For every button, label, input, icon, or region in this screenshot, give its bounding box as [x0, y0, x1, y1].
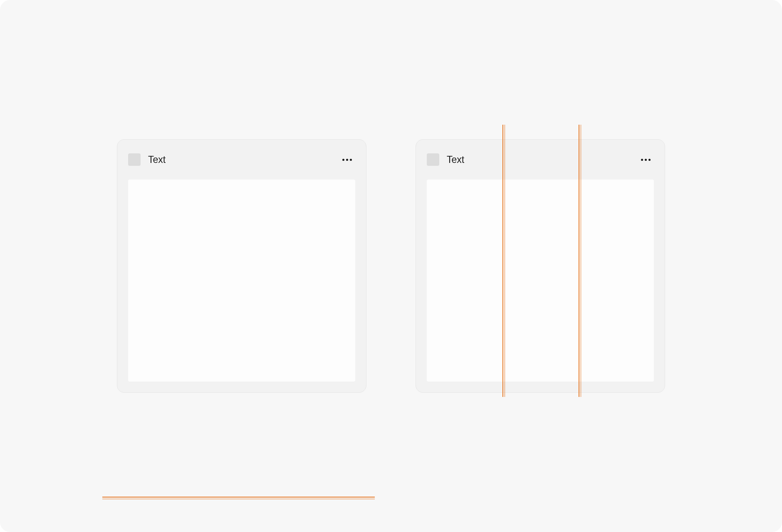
more-button[interactable]	[638, 155, 654, 164]
card-content-placeholder	[427, 180, 654, 382]
card-title: Text	[447, 154, 464, 165]
more-dots-icon	[346, 159, 348, 161]
card-header: Text	[416, 140, 665, 180]
card-header-left: Text	[427, 153, 464, 166]
card-right-wrapper: Text	[416, 139, 665, 393]
card-header-left: Text	[128, 153, 166, 166]
more-dots-icon	[641, 159, 643, 161]
card-content-placeholder	[128, 180, 355, 382]
card-icon	[427, 153, 439, 166]
more-dots-icon	[645, 159, 647, 161]
more-dots-icon	[342, 159, 344, 161]
card-header: Text	[117, 140, 366, 180]
canvas: Text	[0, 0, 782, 532]
card-body	[416, 180, 665, 392]
card-body	[117, 180, 366, 392]
card-right: Text	[416, 139, 665, 393]
more-dots-icon	[648, 159, 651, 161]
card-icon	[128, 153, 141, 166]
card-left-wrapper: Text	[117, 139, 366, 393]
card-title: Text	[148, 154, 166, 165]
card-left: Text	[117, 139, 366, 393]
more-button[interactable]	[339, 155, 355, 164]
more-dots-icon	[350, 159, 352, 161]
horizontal-guide-line	[102, 497, 375, 499]
